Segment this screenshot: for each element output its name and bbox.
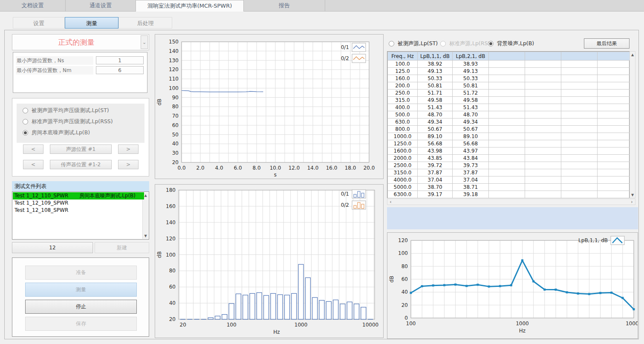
chevron-down-icon[interactable]: ⌄ — [141, 35, 148, 49]
svg-text:20: 20 — [180, 322, 186, 328]
table-cell — [598, 169, 632, 176]
svg-text:160: 160 — [166, 203, 176, 209]
table-cell: 2500.0 — [388, 162, 418, 169]
view-option-1[interactable]: 被测声源,Lp(ST) — [389, 40, 438, 47]
scroll-down-icon[interactable]: ▼ — [143, 233, 148, 239]
table-row[interactable]: 3150.037.8737.87 — [388, 169, 632, 176]
table-row[interactable]: 160.050.3350.33 — [388, 75, 632, 82]
prepare-button[interactable]: 准备 — [25, 266, 137, 280]
table-vertical-scrollbar[interactable]: ▲ ▼ — [630, 51, 635, 198]
table-row[interactable]: 1600.043.9843.97 — [388, 147, 632, 155]
table-row[interactable]: 1000.089.1089.10 — [388, 133, 632, 140]
measure-button[interactable]: 测量 — [25, 283, 137, 297]
file-count-button[interactable]: 12 — [12, 242, 93, 253]
test-type-label: 房间本底噪声测试,Lp(B) — [32, 129, 90, 136]
file-list-item[interactable]: Test 1_12_109_SPWR — [13, 199, 144, 207]
svg-text:12.0: 12.0 — [289, 165, 300, 171]
table-cell: 48.70 — [453, 111, 489, 119]
view-option-2[interactable]: 标准声源,Lp(RSS) — [440, 40, 493, 47]
svg-text:Hz: Hz — [519, 328, 526, 334]
new-file-button[interactable]: 新建 — [95, 242, 149, 253]
table-cell — [561, 162, 598, 169]
table-cell: 56.68 — [418, 140, 453, 147]
subtab-2[interactable]: 测量 — [65, 17, 118, 29]
table-cell: 37.04 — [453, 176, 489, 184]
mic-position-button[interactable]: 传声器位置 #1-2 — [50, 160, 112, 169]
scroll-left-icon[interactable]: ‹ — [387, 199, 394, 205]
table-cell: 125.0 — [388, 68, 418, 75]
table-row[interactable]: 250.051.7151.72 — [388, 90, 632, 97]
table-row[interactable]: 1250.056.6856.68 — [388, 140, 632, 147]
table-header-cell: LpB,2,1, dB — [453, 52, 489, 61]
file-list-item[interactable]: Test 1_12_110_SPWR房间本底噪声测试,Lp(B) — [13, 192, 144, 199]
scroll-right-icon[interactable]: › — [629, 199, 635, 205]
mic-position-next-button[interactable]: > — [118, 160, 139, 169]
svg-text:40: 40 — [169, 300, 176, 306]
table-cell: 800.0 — [388, 126, 418, 133]
radio-icon[interactable] — [23, 119, 28, 124]
table-row[interactable]: 400.051.4351.43 — [388, 104, 632, 111]
svg-text:120: 120 — [398, 237, 408, 243]
table-cell — [525, 90, 561, 97]
source-position-button[interactable]: 声源位置 #1 — [50, 145, 112, 154]
radio-icon[interactable] — [23, 130, 28, 136]
radio-icon[interactable] — [440, 41, 446, 46]
table-cell — [525, 147, 561, 155]
table-cell — [489, 97, 525, 104]
tab-4[interactable]: 报告 — [244, 0, 325, 11]
final-result-button[interactable]: 最后结果 — [584, 38, 630, 49]
table-cell: 51.43 — [418, 104, 453, 111]
min-microphone-positions-input[interactable]: 6 — [96, 66, 144, 74]
stop-button[interactable]: 停止 — [25, 300, 137, 314]
table-row[interactable]: 200.050.8150.81 — [388, 82, 632, 90]
table-row[interactable]: 5000.038.7038.71 — [388, 184, 632, 191]
table-cell — [561, 155, 598, 162]
table-cell — [598, 111, 632, 119]
measurement-mode-dropdown[interactable]: 正式的测量 ⌄ — [12, 34, 149, 50]
mic-position-prev-button[interactable]: < — [23, 160, 43, 169]
subtab-1[interactable]: 设置 — [13, 17, 65, 29]
svg-text:10000: 10000 — [362, 322, 378, 328]
test-type-option-3[interactable]: 房间本底噪声测试,Lp(B) — [23, 129, 90, 136]
file-list-item[interactable]: Test 1_12_108_SPWR — [13, 207, 144, 214]
radio-icon[interactable] — [488, 41, 494, 46]
table-row[interactable]: 125.049.1349.13 — [388, 68, 632, 75]
subtab-3[interactable]: 后处理 — [118, 17, 172, 29]
radio-icon[interactable] — [23, 108, 28, 113]
table-row[interactable]: 2000.043.8543.84 — [388, 155, 632, 162]
tab-2[interactable]: 通道设置 — [66, 0, 136, 11]
table-cell — [561, 119, 598, 126]
table-cell: 37.87 — [418, 169, 453, 176]
save-button[interactable]: 保存 — [25, 317, 137, 331]
table-cell: 37.87 — [453, 169, 489, 176]
table-cell — [525, 191, 561, 198]
radio-icon[interactable] — [389, 41, 394, 46]
table-cell: 1250.0 — [388, 140, 418, 147]
table-row[interactable]: 4000.037.0437.04 — [388, 176, 632, 184]
table-horizontal-scrollbar[interactable]: ‹ › — [387, 199, 635, 205]
app-window: 文档设置通道设置混响室法测试声功率(MCR-SPWR)报告 设置测量后处理 正式… — [0, 0, 644, 344]
table-row[interactable]: 6300.039.1739.18 — [388, 191, 632, 198]
table-cell: 50.67 — [418, 126, 453, 133]
svg-text:14.0: 14.0 — [307, 165, 319, 171]
test-type-option-2[interactable]: 标准声源平均声压级测试,Lp(RSS) — [23, 118, 113, 125]
measurement-mode-box: 正式的测量 ⌄ 最小声源位置数，Ns 1 最小传声器位置数，Nm 6 — [12, 34, 149, 94]
scroll-up-icon[interactable]: ▲ — [630, 52, 635, 58]
table-row[interactable]: 800.050.6750.67 — [388, 126, 632, 133]
table-row[interactable]: 500.048.7048.70 — [388, 111, 632, 119]
scroll-down-icon[interactable]: ▼ — [630, 192, 635, 198]
table-row[interactable]: 315.049.5849.58 — [388, 97, 632, 104]
svg-text:20: 20 — [172, 159, 179, 165]
tab-1[interactable]: 文档设置 — [0, 0, 66, 11]
view-option-3[interactable]: 背景噪声,Lp(B) — [488, 40, 534, 47]
source-position-next-button[interactable]: > — [118, 145, 139, 154]
source-position-prev-button[interactable]: < — [23, 145, 43, 154]
table-cell: 51.71 — [418, 90, 453, 97]
min-source-positions-input[interactable]: 1 — [96, 56, 144, 64]
tab-3[interactable]: 混响室法测试声功率(MCR-SPWR) — [136, 0, 244, 12]
test-type-option-1[interactable]: 被测声源平均声压级测试,Lp(ST) — [23, 107, 109, 114]
table-cell: 43.98 — [418, 147, 453, 155]
table-row[interactable]: 630.049.3449.34 — [388, 119, 632, 126]
table-row[interactable]: 100.038.9238.93 — [388, 61, 632, 68]
table-row[interactable]: 2500.039.7239.73 — [388, 162, 632, 169]
